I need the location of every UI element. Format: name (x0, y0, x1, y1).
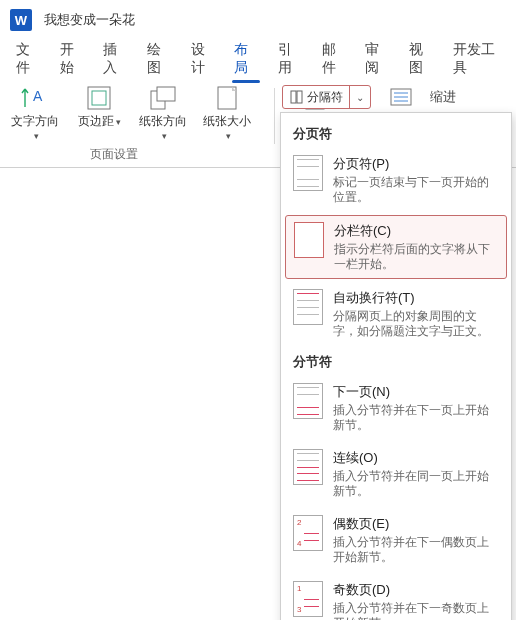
tab-insert[interactable]: 插入 (93, 33, 137, 85)
chevron-down-icon: ▾ (34, 131, 39, 141)
tab-layout[interactable]: 布局 (224, 33, 268, 85)
tab-home[interactable]: 开始 (50, 33, 94, 85)
tab-review[interactable]: 审阅 (355, 33, 399, 85)
chevron-down-icon[interactable]: ⌄ (349, 86, 370, 108)
svg-rect-13 (291, 91, 296, 103)
menu-item-title: 奇数页(D) (333, 581, 499, 599)
menu-item-even-page[interactable]: 2 4 偶数页(E) 插入分节符并在下一偶数页上开始新节。 (281, 507, 511, 573)
menu-item-desc: 插入分节符并在同一页上开始新节。 (333, 469, 499, 499)
size-button[interactable]: 纸张大小▾ (202, 84, 252, 144)
menu-item-title: 分栏符(C) (334, 222, 498, 240)
chevron-down-icon: ▾ (162, 131, 167, 141)
menu-item-title: 下一页(N) (333, 383, 499, 401)
menu-item-desc: 插入分节符并在下一奇数页上开始新节。 (333, 601, 499, 620)
size-label: 纸张大小 (203, 114, 251, 128)
menu-item-desc: 插入分节符并在下一页上开始新节。 (333, 403, 499, 433)
breaks-icon (289, 90, 303, 104)
indent-label: 缩进 (430, 88, 456, 106)
text-direction-button[interactable]: A 文字方向▾ (10, 84, 60, 144)
breaks-label: 分隔符 (307, 89, 343, 106)
menu-item-desc: 标记一页结束与下一页开始的位置。 (333, 175, 499, 205)
svg-text:A: A (33, 88, 43, 104)
tab-references[interactable]: 引用 (268, 33, 312, 85)
tab-design[interactable]: 设计 (181, 33, 225, 85)
page-break-icon (293, 155, 323, 191)
next-page-icon (293, 383, 323, 419)
menu-item-desc: 分隔网页上的对象周围的文字，如分隔题注文字与正文。 (333, 309, 499, 339)
text-direction-label: 文字方向 (11, 114, 59, 128)
continuous-icon (293, 449, 323, 485)
tab-view[interactable]: 视图 (399, 33, 443, 85)
tab-mailings[interactable]: 邮件 (312, 33, 356, 85)
svg-rect-1 (88, 87, 110, 109)
breaks-menu: 分页符 分页符(P) 标记一页结束与下一页开始的位置。 分栏符(C) 指示分栏符… (280, 112, 512, 620)
tab-developer[interactable]: 开发工具 (443, 33, 510, 85)
menu-item-title: 自动换行符(T) (333, 289, 499, 307)
line-numbers-icon[interactable] (390, 88, 412, 106)
even-page-icon: 2 4 (293, 515, 323, 551)
chevron-down-icon: ▾ (116, 117, 121, 127)
menu-item-title: 偶数页(E) (333, 515, 499, 533)
menu-item-title: 连续(O) (333, 449, 499, 467)
size-icon (212, 84, 242, 112)
menu-item-next-page[interactable]: 下一页(N) 插入分节符并在下一页上开始新节。 (281, 375, 511, 441)
section-breaks-header: 分节符 (281, 347, 511, 375)
column-break-icon (294, 222, 324, 258)
margins-button[interactable]: 页边距▾ (74, 84, 124, 144)
menu-item-page-break[interactable]: 分页符(P) 标记一页结束与下一页开始的位置。 (281, 147, 511, 213)
menu-item-desc: 插入分节符并在下一偶数页上开始新节。 (333, 535, 499, 565)
svg-rect-14 (297, 91, 302, 103)
svg-rect-4 (157, 87, 175, 101)
tab-draw[interactable]: 绘图 (137, 33, 181, 85)
orientation-icon (148, 84, 178, 112)
menu-item-desc: 指示分栏符后面的文字将从下一栏开始。 (334, 242, 498, 272)
breaks-split-button[interactable]: 分隔符 ⌄ (282, 85, 371, 109)
margins-icon (84, 84, 114, 112)
page-breaks-header: 分页符 (281, 119, 511, 147)
tab-file[interactable]: 文件 (6, 33, 50, 85)
chevron-down-icon: ▾ (226, 131, 231, 141)
text-direction-icon: A (20, 84, 50, 112)
page-setup-group-label: 页面设置 (90, 146, 138, 163)
orientation-label: 纸张方向 (139, 114, 187, 128)
menu-item-column-break[interactable]: 分栏符(C) 指示分栏符后面的文字将从下一栏开始。 (285, 215, 507, 279)
svg-rect-2 (92, 91, 106, 105)
menu-item-odd-page[interactable]: 1 3 奇数页(D) 插入分节符并在下一奇数页上开始新节。 (281, 573, 511, 620)
ribbon-tabs: 文件 开始 插入 绘图 设计 布局 引用 邮件 审阅 视图 开发工具 (0, 40, 516, 78)
margins-label: 页边距 (78, 114, 114, 128)
orientation-button[interactable]: 纸张方向▾ (138, 84, 188, 144)
odd-page-icon: 1 3 (293, 581, 323, 617)
text-wrap-icon (293, 289, 323, 325)
document-title: 我想变成一朵花 (44, 11, 135, 29)
menu-item-continuous[interactable]: 连续(O) 插入分节符并在同一页上开始新节。 (281, 441, 511, 507)
menu-item-text-wrap[interactable]: 自动换行符(T) 分隔网页上的对象周围的文字，如分隔题注文字与正文。 (281, 281, 511, 347)
menu-item-title: 分页符(P) (333, 155, 499, 173)
word-app-icon: W (10, 9, 32, 31)
